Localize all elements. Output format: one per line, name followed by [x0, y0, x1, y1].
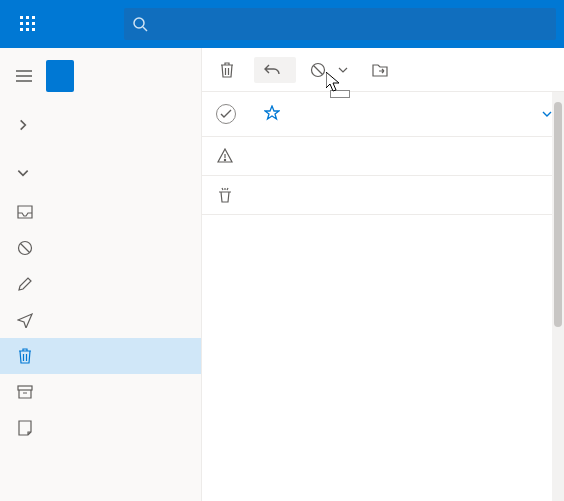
- svg-rect-8: [32, 28, 35, 31]
- folder-junk[interactable]: [0, 230, 201, 266]
- chevron-down-icon: [16, 166, 30, 180]
- recover-icon: [216, 186, 234, 204]
- folder-archive[interactable]: [0, 374, 201, 410]
- tooltip: [330, 90, 350, 98]
- folder-notes[interactable]: [0, 410, 201, 446]
- chevron-down-icon: [338, 65, 348, 75]
- folder-list: [0, 194, 201, 446]
- svg-rect-4: [26, 22, 29, 25]
- chevron-right-icon: [16, 118, 30, 132]
- trash-icon: [16, 347, 34, 365]
- recover-link[interactable]: [202, 175, 564, 214]
- svg-marker-19: [265, 106, 279, 119]
- svg-point-9: [134, 18, 144, 28]
- send-icon: [16, 311, 34, 329]
- svg-rect-16: [18, 386, 32, 390]
- favorites-section[interactable]: [0, 104, 201, 146]
- trash-icon: [220, 62, 234, 78]
- select-all-checkbox[interactable]: [216, 104, 236, 124]
- svg-rect-0: [20, 16, 23, 19]
- move-icon: [372, 63, 388, 77]
- svg-rect-1: [26, 16, 29, 19]
- chevron-down-icon: [542, 109, 552, 119]
- folder-sent[interactable]: [0, 302, 201, 338]
- svg-rect-2: [32, 16, 35, 19]
- content-area: [202, 48, 564, 501]
- filter-button[interactable]: [538, 109, 552, 119]
- folder-deleted[interactable]: [0, 338, 201, 374]
- delete-button[interactable]: [210, 56, 250, 84]
- undo-icon: [264, 63, 280, 77]
- folder-inbox[interactable]: [0, 194, 201, 230]
- folders-section[interactable]: [0, 152, 201, 194]
- archive-icon: [16, 383, 34, 401]
- block-icon: [16, 239, 34, 257]
- note-icon: [16, 419, 34, 437]
- app-header: [0, 0, 564, 48]
- list-header: [202, 92, 564, 136]
- svg-rect-6: [20, 28, 23, 31]
- scrollbar[interactable]: [552, 92, 564, 501]
- svg-rect-3: [20, 22, 23, 25]
- folder-drafts[interactable]: [0, 266, 201, 302]
- block-icon: [310, 62, 326, 78]
- restore-button[interactable]: [254, 57, 296, 83]
- warning-icon: [216, 147, 234, 165]
- junk-button[interactable]: [300, 56, 358, 84]
- hamburger-icon[interactable]: [8, 60, 40, 92]
- svg-rect-5: [32, 22, 35, 25]
- app-launcher-icon[interactable]: [8, 4, 48, 44]
- svg-point-21: [224, 159, 225, 160]
- retention-notice: [202, 136, 564, 175]
- move-to-button[interactable]: [362, 57, 404, 83]
- svg-line-18: [314, 65, 323, 74]
- svg-line-15: [21, 244, 30, 253]
- search-box[interactable]: [124, 8, 556, 40]
- favorite-star-icon[interactable]: [264, 105, 280, 124]
- search-icon: [132, 16, 148, 32]
- pencil-icon: [16, 275, 34, 293]
- svg-rect-7: [26, 28, 29, 31]
- new-message-button[interactable]: [46, 60, 74, 92]
- svg-line-10: [143, 27, 147, 31]
- toolbar: [202, 48, 564, 92]
- sidebar: [0, 48, 202, 501]
- inbox-icon: [16, 203, 34, 221]
- spacer: [202, 214, 564, 240]
